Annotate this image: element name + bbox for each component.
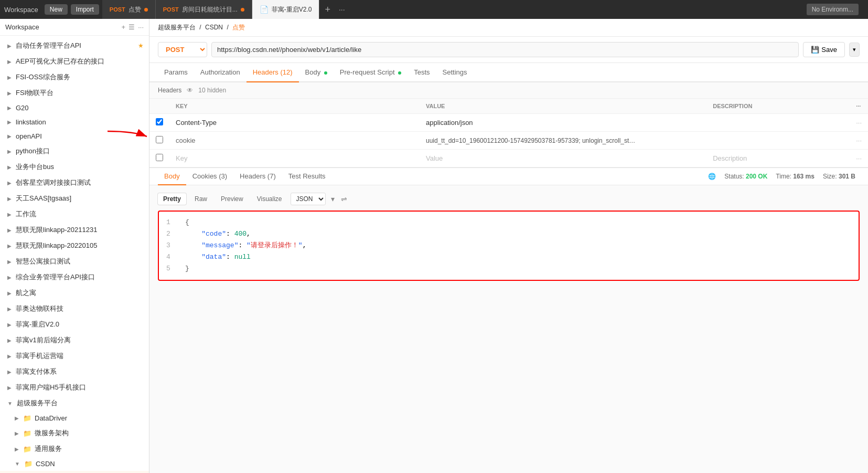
item-label: DataDriver: [35, 414, 67, 422]
row-checkbox-2[interactable]: [156, 136, 163, 143]
time-label: Time: 163 ms: [776, 173, 815, 180]
collapse-arrow: ▶: [7, 243, 12, 249]
sidebar-item-dianzan[interactable]: POST 点赞: [0, 471, 149, 473]
sidebar-item-huilianwuxian2[interactable]: ▶ 慧联无限linkapp-20220105: [0, 238, 149, 254]
raw-button[interactable]: Raw: [189, 193, 212, 205]
pretty-button[interactable]: Pretty: [158, 193, 186, 205]
response-tab-body[interactable]: Body: [158, 168, 186, 185]
wrap-icon[interactable]: ⇌: [341, 195, 347, 203]
tab-headers[interactable]: Headers (12): [247, 63, 299, 82]
sidebar-item-feiyu-zhongqi[interactable]: ▶ 菲寓-重启V2.0: [0, 317, 149, 332]
tab-settings[interactable]: Settings: [436, 63, 474, 82]
collapse-arrow: ▶: [7, 259, 12, 265]
row-checkbox-3[interactable]: [156, 154, 163, 161]
sidebar-item-zongheyewu[interactable]: ▶ 综合业务管理平台API接口: [0, 269, 149, 285]
url-input[interactable]: [211, 42, 799, 57]
key-cell-2[interactable]: cookie: [169, 132, 420, 150]
response-tab-headers[interactable]: Headers (7): [233, 168, 282, 185]
body-dot: [324, 71, 327, 75]
desc-cell-1[interactable]: [706, 114, 850, 132]
add-tab-button[interactable]: +: [319, 4, 336, 15]
desc-cell-2[interactable]: [706, 132, 850, 150]
actions-cell-1[interactable]: ···: [850, 114, 868, 132]
import-button[interactable]: Import: [71, 4, 99, 15]
method-select[interactable]: POST GET PUT DELETE: [158, 42, 207, 57]
collapse-arrow: ▶: [7, 90, 12, 96]
tab-tests[interactable]: Tests: [408, 63, 436, 82]
sidebar-item-feiyu-zhifu[interactable]: ▶ 菲寓支付体系: [0, 364, 149, 380]
value-cell-2[interactable]: uuid_tt_dd=10_19600121200-1574929503781-…: [420, 132, 706, 150]
environment-selector[interactable]: No Environm...: [807, 4, 859, 15]
sidebar-item-g20[interactable]: ▶ G20: [0, 101, 149, 115]
collapse-arrow: ▼: [15, 461, 20, 467]
value-cell-1[interactable]: application/json: [420, 114, 706, 132]
url-bar: POST GET PUT DELETE 💾 Save ▾: [149, 37, 868, 63]
tab-post-dianzan[interactable]: POST 点赞: [102, 0, 156, 19]
tab-prerequest[interactable]: Pre-request Script: [334, 63, 408, 82]
sidebar-item-feiyu-yonghu[interactable]: ▶ 菲寓用户端H5手机接口: [0, 380, 149, 395]
tab-feiyu-zhongqi[interactable]: 📄 菲寓-重启V2.0: [252, 0, 320, 19]
sidebar-item-tiangong[interactable]: ▶ 天工SAAS[tgsaas]: [0, 191, 149, 206]
sidebar-item-python[interactable]: ▶ python接口: [0, 143, 149, 159]
response-tab-testresults[interactable]: Test Results: [282, 168, 332, 185]
sidebar-item-fsi-oss[interactable]: ▶ FSI-OSS综合服务: [0, 69, 149, 85]
collapse-arrow: ▼: [7, 401, 13, 406]
eye-icon[interactable]: 👁: [187, 87, 193, 94]
star-icon: ★: [138, 42, 144, 49]
sidebar-item-chuangke[interactable]: ▶ 创客星空调对接接口测试: [0, 175, 149, 191]
item-label: 慧联无限linkapp-20211231: [16, 225, 97, 235]
size-value: 301 B: [839, 173, 855, 180]
save-dropdown-button[interactable]: ▾: [849, 43, 860, 57]
sidebar-header: Workspace + ☰ ···: [0, 19, 149, 36]
preview-button[interactable]: Preview: [216, 193, 249, 205]
filter-icon[interactable]: ☰: [128, 23, 135, 31]
desc-cell-3[interactable]: Description: [706, 150, 850, 167]
sidebar-item-hangzhiyu[interactable]: ▶ 航之寓: [0, 285, 149, 301]
tab-params[interactable]: Params: [158, 63, 194, 82]
sidebar-item-huilianwuxian1[interactable]: ▶ 慧联无限linkapp-20211231: [0, 222, 149, 238]
key-cell-3[interactable]: Key: [169, 150, 420, 167]
sidebar-item-feiyu-shouji[interactable]: ▶ 菲寓手机运营端: [0, 348, 149, 364]
add-collection-icon[interactable]: +: [122, 23, 126, 31]
tab-authorization[interactable]: Authorization: [194, 63, 247, 82]
save-button[interactable]: 💾 Save: [803, 42, 845, 57]
key-cell-1[interactable]: Content-Type: [169, 114, 420, 132]
sidebar-item-datadriver[interactable]: ▶ 📁 DataDriver: [0, 411, 149, 425]
sidebar-item-bus[interactable]: ▶ 业务中台bus: [0, 159, 149, 175]
value-cell-3[interactable]: Value: [420, 150, 706, 167]
more-options-icon[interactable]: ···: [138, 23, 144, 31]
sidebar-item-zhihui-gongyu[interactable]: ▶ 智慧公寓接口测试: [0, 254, 149, 269]
sidebar-item-linkstation[interactable]: ▶ linkstation: [0, 115, 149, 129]
row-checkbox-1[interactable]: [156, 118, 163, 125]
actions-cell-3[interactable]: ···: [850, 150, 868, 167]
tab-post-rihaoneng[interactable]: POST 房间日耗能统计目...: [156, 0, 252, 19]
actions-cell-2[interactable]: ···: [850, 132, 868, 150]
tab-name-2: 房间日耗能统计目...: [182, 5, 238, 14]
tab-dot-2: [241, 8, 244, 12]
sidebar-item-feiaoda[interactable]: ▶ 菲奥达物联科技: [0, 301, 149, 317]
sidebar-item-workflow[interactable]: ▶ 工作流: [0, 206, 149, 222]
col-actions: ···: [850, 99, 868, 114]
item-label: 菲寓手机运营端: [16, 351, 63, 361]
sidebar-item-openapi[interactable]: ▶ openAPI: [0, 129, 149, 143]
sidebar-item-weifuwu[interactable]: ▶ 📁 微服务架构: [0, 425, 149, 441]
json-response-box: 1 { 2 "code": 400, 3 "message": "请登录后操作！…: [158, 211, 860, 281]
sidebar-item-csdn[interactable]: ▼ 📁 CSDN: [0, 457, 149, 471]
sidebar-item-auto-task[interactable]: ▶ 自动任务管理平台API ★: [0, 38, 149, 54]
format-select[interactable]: JSON XML HTML Text: [291, 193, 326, 205]
visualize-button[interactable]: Visualize: [252, 193, 287, 205]
bc-sep-1: /: [199, 24, 201, 31]
sidebar-item-tongyong[interactable]: ▶ 📁 通用服务: [0, 441, 149, 457]
sidebar-item-fsi-iot[interactable]: ▶ FSI物联平台: [0, 85, 149, 101]
response-tab-cookies[interactable]: Cookies (3): [186, 168, 233, 185]
more-tabs-button[interactable]: ···: [336, 5, 348, 14]
new-button[interactable]: New: [45, 4, 68, 15]
sidebar-item-chaoji[interactable]: ▼ 超级服务平台: [0, 395, 149, 411]
tab-body[interactable]: Body: [299, 63, 334, 82]
item-label: 慧联无限linkapp-20220105: [16, 241, 97, 250]
sidebar-item-feiyu-fenlii[interactable]: ▶ 菲寓v1前后端分离: [0, 332, 149, 348]
response-section: Body Cookies (3) Headers (7) Test Result…: [149, 167, 868, 473]
sidebar-item-aep[interactable]: ▶ AEP可视化大屏已存在的接口: [0, 54, 149, 69]
headers-sub-header: Headers 👁 10 hidden: [149, 82, 868, 99]
item-label: 微服务架构: [35, 428, 69, 438]
